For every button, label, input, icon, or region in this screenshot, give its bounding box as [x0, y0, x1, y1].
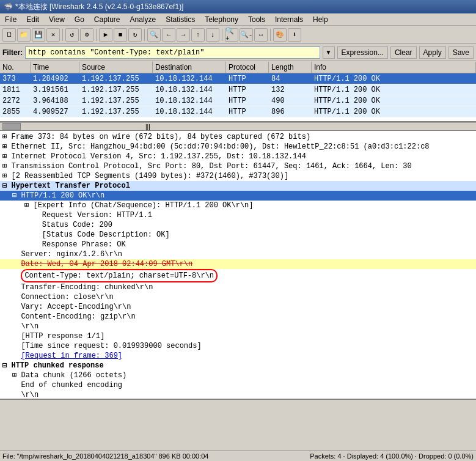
expand-icon-minus: ⊟ [2, 361, 11, 370]
toolbar-stop[interactable]: ■ [114, 28, 127, 42]
save-button[interactable]: Save [449, 46, 474, 59]
menu-help[interactable]: Help [308, 15, 333, 24]
expression-button[interactable]: Expression... [337, 46, 388, 59]
table-row[interactable]: 2272 3.964188 1.192.137.255 10.18.132.14… [0, 95, 476, 106]
status-code-desc: [Status Code Description: OK] [0, 230, 476, 240]
cell-protocol: HTTP [226, 107, 269, 117]
expand-icon: ⊞ [2, 142, 11, 151]
toolbar-forward[interactable]: → [177, 28, 190, 42]
expand-icon-minus: ⊟ [2, 182, 11, 190]
col-no: No. [0, 62, 31, 73]
toolbar-new[interactable]: 🗋 [2, 28, 16, 42]
col-info: Info [312, 62, 476, 73]
content-encoding-header: Content-Encoding: gzip\r\n [0, 312, 476, 322]
toolbar-find[interactable]: 🔍 [147, 28, 161, 42]
connection-header: Connection: close\r\n [0, 292, 476, 302]
cell-no: 2855 [0, 107, 31, 117]
ip-section[interactable]: ⊞ Internet Protocol Version 4, Src: 1.19… [0, 152, 476, 161]
expand-icon: ⊞ [2, 133, 11, 141]
menu-internals[interactable]: Internals [270, 15, 308, 24]
toolbar-sep5 [270, 29, 271, 41]
expand-icon: ⊞ [12, 371, 21, 380]
status-right: Packets: 4 · Displayed: 4 (100.0%) · Dro… [310, 452, 474, 460]
col-protocol: Protocol [226, 62, 269, 73]
cell-info: HTTP/1.1 200 OK [312, 96, 476, 106]
toolbar-capture-options[interactable]: ⚙ [80, 28, 93, 42]
packet-list-scrollbar[interactable]: ||| [0, 122, 476, 131]
status-bar: File: "/tmp/wireshark_lo_20180404021218_… [0, 450, 476, 461]
cell-length: 132 [269, 85, 312, 95]
app-icon: 🦈 [4, 2, 13, 11]
request-in-frame-link[interactable]: [Request in frame: 369] [21, 352, 122, 360]
cell-no: 1811 [0, 85, 31, 95]
data-chunk[interactable]: ⊞ Data chunk (1266 octets) [0, 371, 476, 380]
content-type-oval: Content-Type: text/plain; charset=UTF-8\… [21, 269, 218, 282]
clear-button[interactable]: Clear [390, 46, 417, 59]
table-row[interactable]: 2855 4.909527 1.192.137.255 10.18.132.14… [0, 106, 476, 117]
menu-file[interactable]: File [0, 15, 21, 24]
tcp-section[interactable]: ⊞ Transmission Control Protocol, Src Por… [0, 161, 476, 171]
menu-tools[interactable]: Tools [243, 15, 270, 24]
menu-edit[interactable]: Edit [21, 15, 44, 24]
status-left: File: "/tmp/wireshark_lo_20180404021218_… [2, 452, 208, 460]
filter-input[interactable] [25, 46, 320, 59]
menu-go[interactable]: Go [70, 15, 89, 24]
cell-time: 3.964188 [31, 96, 79, 106]
filter-dropdown[interactable]: ▼ [323, 46, 335, 59]
toolbar-restart[interactable]: ↻ [128, 28, 142, 42]
expert-info[interactable]: ⊞ [Expert Info (Chat/Sequence): HTTP/1.1… [0, 201, 476, 210]
http-section[interactable]: ⊟ Hypertext Transfer Protocol [0, 181, 476, 191]
menu-view[interactable]: View [44, 15, 70, 24]
toolbar-back[interactable]: ← [162, 28, 175, 42]
crlf-line: \r\n [0, 322, 476, 331]
request-in-frame[interactable]: [Request in frame: 369] [0, 351, 476, 361]
apply-button[interactable]: Apply [419, 46, 446, 59]
filter-bar: Filter: ▼ Expression... Clear Apply Save [0, 44, 476, 61]
content-type-header[interactable]: Content-Type: text/plain; charset=UTF-8\… [0, 269, 476, 282]
toolbar-colorize[interactable]: 🎨 [273, 28, 287, 42]
toolbar-zoom-in[interactable]: 🔍+ [225, 28, 238, 42]
menu-analyze[interactable]: Analyze [125, 15, 161, 24]
cell-protocol: HTTP [226, 74, 269, 84]
toolbar-sep4 [222, 29, 222, 41]
server-header: Server: nginx/1.2.6\r\n [0, 249, 476, 259]
date-header[interactable]: Date: Wed, 04 Apr 2018 02:44:09 GMT\r\n [0, 259, 476, 269]
toolbar-sep3 [144, 29, 145, 41]
toolbar-start[interactable]: ▶ [99, 28, 112, 42]
ethernet-section[interactable]: ⊞ Ethernet II, Src: Hangzhou_94:bd:00 (5… [0, 142, 476, 152]
http-status-line[interactable]: ⊟ HTTP/1.1 200 OK\r\n [0, 191, 476, 201]
toolbar-save[interactable]: 💾 [32, 28, 45, 42]
cell-protocol: HTTP [226, 96, 269, 106]
time-since-request: [Time since request: 0.019939000 seconds… [0, 341, 476, 351]
table-row[interactable]: 373 1.284902 1.192.137.255 10.18.132.144… [0, 73, 476, 84]
toolbar-autoscroll[interactable]: ⬇ [288, 28, 301, 42]
expand-icon: ⊞ [2, 152, 11, 161]
toolbar-down[interactable]: ↓ [206, 28, 219, 42]
http-response-ref: [HTTP response 1/1] [0, 331, 476, 341]
cell-info: HTTP/1.1 200 OK [312, 85, 476, 95]
request-version: Request Version: HTTP/1.1 [0, 210, 476, 220]
expand-icon: ⊞ [2, 162, 11, 171]
expand-icon: ⊞ [24, 201, 33, 210]
packet-list-header: No. Time Source Destination Protocol Len… [0, 61, 476, 73]
menu-capture[interactable]: Capture [89, 15, 125, 24]
cell-dst: 10.18.132.144 [153, 96, 226, 106]
table-row[interactable]: 1811 3.191561 1.192.137.255 10.18.132.14… [0, 84, 476, 95]
toolbar-zoom-normal[interactable]: ↔ [254, 28, 268, 42]
toolbar-close[interactable]: ✕ [46, 28, 60, 42]
title-bar: 🦈 *本地连接 [Wireshark 2.4.5 (v2.4.5-0-g153e… [0, 0, 476, 13]
cell-protocol: HTTP [226, 85, 269, 95]
http-chunked-section[interactable]: ⊟ HTTP chunked response [0, 361, 476, 371]
cell-time: 3.191561 [31, 85, 79, 95]
toolbar-open[interactable]: 📁 [17, 28, 31, 42]
toolbar-up[interactable]: ↑ [191, 28, 205, 42]
menu-statistics[interactable]: Statistics [161, 15, 200, 24]
toolbar-zoom-out[interactable]: 🔍- [240, 28, 253, 42]
menu-telephony[interactable]: Telephony [200, 15, 243, 24]
reassembled-section[interactable]: ⊞ [2 Reassembled TCP Segments (1490 byte… [0, 171, 476, 181]
col-length: Length [269, 62, 312, 73]
packet-detail[interactable]: ⊞ Frame 373: 84 bytes on wire (672 bits)… [0, 131, 476, 400]
toolbar-reload[interactable]: ↺ [65, 28, 79, 42]
col-source: Source [79, 62, 153, 73]
frame-section[interactable]: ⊞ Frame 373: 84 bytes on wire (672 bits)… [0, 132, 476, 142]
